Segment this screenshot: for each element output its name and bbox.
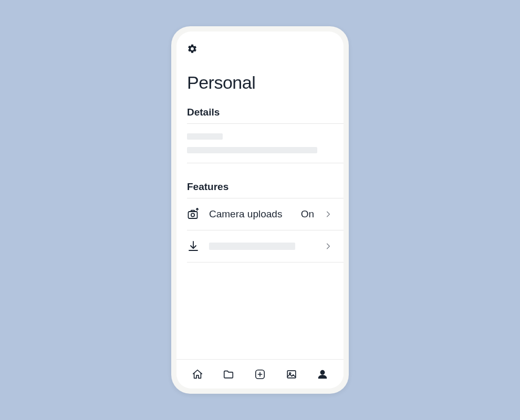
camera-uploads-value: On [301,208,314,220]
download-row[interactable] [176,230,344,262]
details-placeholder-line-2 [187,147,317,153]
phone-screen: Personal Details Features [176,32,344,388]
svg-point-4 [289,372,290,374]
nav-photos[interactable] [280,363,303,386]
header-area: Personal [176,32,344,93]
bottom-nav [176,359,344,388]
download-icon [187,240,200,253]
nav-add[interactable] [248,363,272,386]
details-block [176,124,344,163]
features-heading: Features [176,177,344,198]
page-title: Personal [187,72,333,93]
camera-uploads-row[interactable]: Camera uploads On [176,198,344,230]
chevron-right-icon [324,242,333,251]
svg-rect-0 [189,212,197,218]
svg-point-1 [191,213,194,216]
content-area: Personal Details Features [176,32,344,359]
divider [187,262,344,262]
phone-frame: Personal Details Features [171,26,349,394]
camera-uploads-label: Camera uploads [209,208,292,220]
nav-account[interactable] [311,363,334,386]
details-placeholder-line-1 [187,133,223,140]
gear-icon[interactable] [187,44,197,56]
details-heading: Details [176,102,344,123]
download-row-placeholder [209,243,314,250]
svg-point-5 [321,370,325,374]
nav-files[interactable] [217,363,240,386]
nav-home[interactable] [186,363,209,386]
camera-upload-icon [187,208,200,220]
svg-rect-3 [287,371,296,378]
chevron-right-icon [324,209,333,219]
